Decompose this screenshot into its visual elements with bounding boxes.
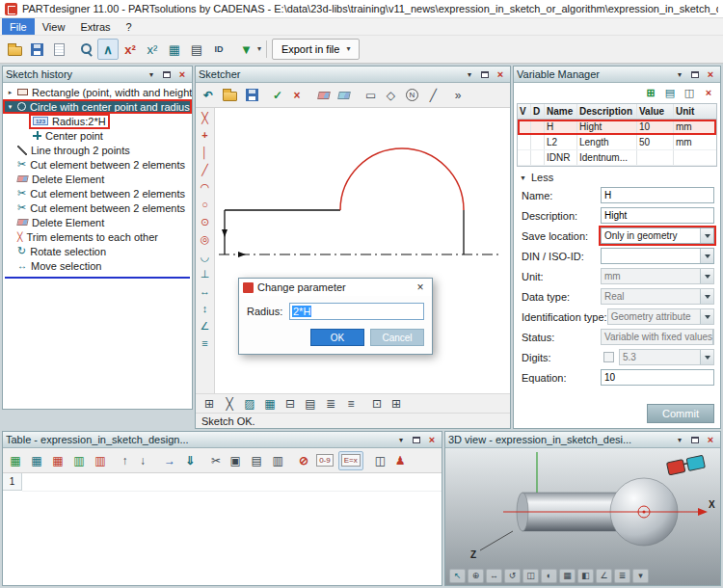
options-grid-icon[interactable]: ⊞: [388, 395, 405, 412]
hierarchy-icon[interactable]: ♟: [390, 451, 410, 470]
commit-button[interactable]: Commit: [647, 404, 714, 423]
history-item-delete-1[interactable]: Delete Element: [3, 172, 192, 186]
digits-checkbox[interactable]: [603, 352, 614, 362]
save-location-select[interactable]: Only in geometry: [601, 227, 714, 244]
settings-3d-icon[interactable]: ≣: [614, 569, 630, 583]
digits-mode-icon[interactable]: 0-9: [313, 451, 336, 470]
table-panel-header[interactable]: Table - expression_in_sketch_design... ▾…: [3, 432, 442, 448]
angle-dimension-icon[interactable]: ∠: [197, 318, 214, 334]
menu-view[interactable]: View: [35, 18, 73, 35]
close-icon[interactable]: ×: [413, 281, 428, 294]
paste-special-icon[interactable]: ▥: [268, 451, 287, 470]
add-variable-icon[interactable]: ⊞: [642, 85, 659, 100]
more-tools-icon[interactable]: »: [444, 86, 464, 105]
open-project-icon[interactable]: [4, 39, 25, 60]
append-row-icon[interactable]: ▦: [27, 451, 46, 470]
column-unit[interactable]: Unit: [674, 104, 716, 119]
delete-variable-icon[interactable]: ×: [700, 85, 717, 100]
vertical-line-tool-icon[interactable]: │: [197, 145, 214, 161]
snap-cross-icon[interactable]: ╳: [197, 110, 214, 126]
panel-menu-button[interactable]: ▾: [673, 434, 686, 446]
edit-variable-icon[interactable]: ▤: [661, 85, 679, 100]
panel-close-button[interactable]: ×: [494, 68, 507, 81]
sketcher-header[interactable]: Sketcher ▾ ×: [196, 67, 510, 83]
table-view-icon[interactable]: ▦: [164, 39, 185, 60]
description-field-input[interactable]: [601, 207, 714, 224]
variable-row[interactable]: L2 Length 50 mm: [518, 135, 716, 150]
panel-close-button[interactable]: ×: [704, 68, 717, 81]
panel-close-button[interactable]: ×: [175, 68, 189, 81]
panel-close-button[interactable]: ×: [704, 434, 717, 446]
group-icon[interactable]: ⊟: [281, 395, 299, 412]
eraser-icon[interactable]: [308, 86, 333, 105]
variable-row[interactable]: H Hight 10 mm: [518, 120, 716, 135]
history-item-line[interactable]: Line through 2 points: [3, 143, 192, 157]
radius-input[interactable]: 2*H: [289, 303, 424, 320]
variable-row[interactable]: IDNR Identnum...: [518, 150, 716, 166]
fill-icon[interactable]: ▦: [261, 395, 279, 412]
export-in-file-button[interactable]: Export in file ▾: [272, 39, 361, 60]
rectangle-tool-icon[interactable]: ▭: [356, 86, 379, 105]
clear-icon[interactable]: ⊘: [289, 451, 311, 470]
grid-3d-icon[interactable]: ▦: [559, 569, 576, 583]
grid-view-icon[interactable]: ▤: [186, 39, 207, 60]
history-item-cut-3[interactable]: ✂ Cut element between 2 elements: [3, 200, 192, 215]
copy-variable-icon[interactable]: ◫: [681, 85, 698, 100]
pan-3d-icon[interactable]: ↔: [486, 569, 502, 583]
history-item-radius[interactable]: 123 Radius:2*H: [3, 114, 192, 128]
sketch-canvas[interactable]: Change parameter × Radius: 2*H OK Cancel: [215, 108, 510, 393]
panel-close-button[interactable]: ×: [425, 434, 439, 446]
delete-point-icon[interactable]: ╳: [221, 395, 238, 412]
row-down-icon[interactable]: ↓: [133, 451, 152, 470]
sketcher-mode-icon[interactable]: ∧: [97, 39, 119, 60]
circle-tool-icon[interactable]: ○: [197, 197, 214, 213]
insert-row-icon[interactable]: ▦: [6, 451, 25, 470]
history-item-center-point[interactable]: Center point: [3, 128, 192, 143]
history-item-delete-2[interactable]: Delete Element: [3, 215, 192, 229]
arc-tool-icon[interactable]: ◠: [197, 179, 214, 196]
preview-table-icon[interactable]: ◫: [365, 451, 388, 470]
insert-column-icon[interactable]: ▥: [69, 451, 89, 470]
ngon-tool-icon[interactable]: N: [402, 86, 421, 105]
document-icon[interactable]: [48, 39, 69, 60]
viewport-3d[interactable]: X Z ↖⊕↔↺◫◐▦◧∠≣▾: [445, 448, 720, 585]
perpendicular-tool-icon[interactable]: ⊥: [197, 266, 214, 282]
panel-menu-button[interactable]: ▾: [673, 68, 686, 81]
transfer-icon[interactable]: →: [154, 451, 178, 470]
history-item-rotate[interactable]: ↻ Rotate selection: [3, 244, 192, 258]
save-icon[interactable]: [26, 39, 47, 60]
point-tool-icon[interactable]: +: [197, 127, 214, 144]
panel-menu-button[interactable]: ▾: [394, 434, 408, 446]
delete-row-icon[interactable]: ▦: [48, 451, 67, 470]
delete-all-icon[interactable]: ×: [287, 86, 307, 105]
table-grid[interactable]: 1: [3, 473, 442, 585]
grid-snap-icon[interactable]: ⊞: [201, 395, 218, 412]
din-iso-select[interactable]: [601, 248, 714, 264]
name-field-input[interactable]: [601, 187, 714, 203]
constraint-icon[interactable]: ≡: [197, 335, 214, 352]
history-item-move[interactable]: ↔ Move selection: [3, 258, 192, 273]
vertical-dimension-icon[interactable]: ↕: [197, 301, 214, 317]
panel-float-button[interactable]: [688, 434, 702, 446]
diagonal-line-tool-icon[interactable]: ╱: [197, 162, 214, 178]
polygon-tool-icon[interactable]: ◇: [381, 86, 400, 105]
fillet-tool-icon[interactable]: ◡: [197, 249, 214, 265]
bars-icon[interactable]: ≣: [322, 395, 339, 412]
less-toggle[interactable]: ▼ Less: [514, 169, 720, 185]
history-item-trim[interactable]: ╳ Trim elements to each other: [3, 229, 192, 244]
circle-point-tool-icon[interactable]: ⊙: [197, 214, 214, 230]
eraser-selected-icon[interactable]: [335, 86, 354, 105]
view-mode-icon[interactable]: ◫: [522, 569, 539, 583]
history-item-circle[interactable]: ▾ Circle with center point and radius: [3, 99, 192, 114]
zoom-page-icon[interactable]: [70, 39, 96, 60]
select-3d-icon[interactable]: ↖: [449, 569, 466, 583]
section-icon[interactable]: ◧: [577, 569, 594, 583]
panel-float-button[interactable]: [688, 68, 702, 81]
undo-icon[interactable]: ↶: [199, 86, 218, 105]
menu-extras[interactable]: Extras: [72, 18, 118, 35]
ok-button[interactable]: OK: [310, 329, 364, 346]
paste-icon[interactable]: ▤: [247, 451, 266, 470]
row-header[interactable]: 1: [3, 473, 22, 491]
formula-editor-icon[interactable]: x²: [142, 39, 163, 60]
sketch-history-header[interactable]: Sketch history ▾ ×: [3, 67, 192, 83]
